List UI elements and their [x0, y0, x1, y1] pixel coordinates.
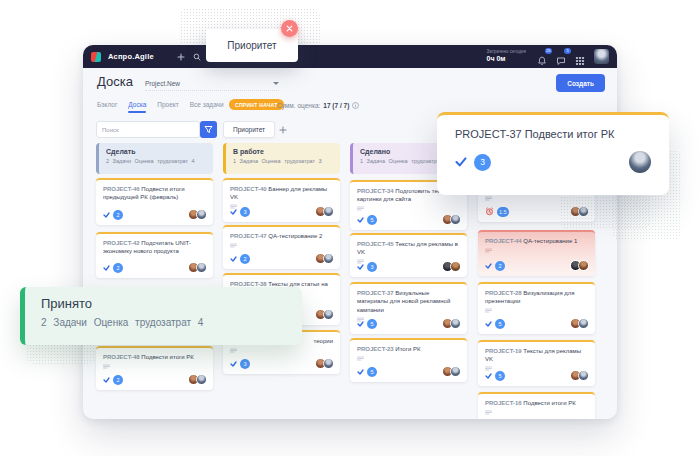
checkmark-icon: [103, 265, 110, 271]
assignee-avatars: [442, 261, 461, 272]
estimate-badge: 3: [474, 154, 491, 171]
assignee-avatars: [315, 309, 334, 320]
checkmark-icon: [485, 263, 492, 269]
checkmark-icon: [357, 217, 364, 223]
checkmark-icon: [230, 209, 237, 215]
close-icon[interactable]: [281, 20, 298, 37]
avatar: [450, 318, 461, 329]
description-icon: [103, 364, 206, 369]
assignee-avatars: [188, 262, 207, 273]
avatar: [323, 206, 334, 217]
accepted-column-callout: Принято 2 Задачи Оценка трудозатрат 4: [20, 287, 302, 345]
column-in-progress: В работе 1 Задача Оценка трудозатрат 3 P…: [223, 143, 340, 419]
estimate-badge: 5: [367, 367, 377, 377]
assignee-avatar: [629, 151, 651, 173]
create-button[interactable]: Создать: [556, 74, 605, 92]
app-logo-icon: [91, 52, 101, 62]
column-header: Сделать 2 Задачи Оценка трудозатрат 4: [96, 143, 213, 174]
tab-project[interactable]: Проект: [157, 101, 178, 112]
project-select[interactable]: Project.New: [145, 80, 279, 91]
avatar: [196, 209, 207, 220]
task-card[interactable]: PROJECT-19 Тексты для рекламы VK 5: [478, 340, 595, 386]
estimate-badge: 3: [240, 207, 250, 217]
description-icon: [485, 248, 588, 253]
checkmark-icon: [357, 321, 364, 327]
apps-grid-icon[interactable]: [575, 52, 585, 62]
alarm-clock-icon: [485, 207, 494, 216]
checkmark-icon: [485, 373, 492, 379]
checkmark-icon: [103, 377, 110, 383]
assignee-avatars: [315, 253, 334, 264]
project-select-value: Project.New: [145, 80, 180, 87]
add-filter-button[interactable]: [276, 121, 290, 138]
sprint-status-badge: СПРИНТ НАЧАТ: [229, 99, 284, 110]
estimate-badge: 2: [113, 263, 123, 273]
avatar: [578, 370, 589, 381]
avatar: [323, 253, 334, 264]
search-input[interactable]: [96, 121, 200, 138]
column-todo: Сделать 2 Задачи Оценка трудозатрат 4 PR…: [96, 143, 213, 419]
avatar: [450, 261, 461, 272]
estimate-badge: 2: [495, 261, 505, 271]
task-card-popup[interactable]: PROJECT-37 Подвести итог РК 3: [437, 112, 669, 195]
task-card[interactable]: PROJECT-37 Визуальные материалы для ново…: [350, 282, 467, 334]
checkmark-icon: [357, 369, 364, 375]
estimate-badge: 5: [495, 371, 505, 381]
avatar: [323, 358, 334, 369]
app-name: Аспро.Agile: [108, 52, 154, 61]
chat-badge: 5: [564, 48, 571, 54]
checkmark-icon: [485, 321, 492, 327]
assignee-avatars: [570, 370, 589, 381]
task-card[interactable]: PROJECT-40 Баннер для рекламы VK 3: [223, 178, 340, 222]
estimate-badge: 1.5: [497, 207, 509, 217]
task-card[interactable]: PROJECT-46 Подвести итоги предыдущей РК …: [96, 178, 213, 225]
checkmark-icon: [103, 212, 110, 218]
task-card[interactable]: PROJECT-45 Тексты для рекламы в VK 3: [350, 233, 467, 277]
column-header: В работе 1 Задача Оценка трудозатрат 3: [223, 143, 340, 174]
assignee-avatars: [442, 366, 461, 377]
task-card[interactable]: PROJECT-16 Подвести итоги РК: [478, 392, 595, 419]
checkmark-icon: [230, 361, 237, 367]
avatar: [196, 262, 207, 273]
info-icon[interactable]: [352, 102, 359, 109]
chevron-down-icon: [273, 82, 279, 85]
avatar: [578, 318, 589, 329]
checkmark-icon: [455, 153, 467, 171]
tab-all-tasks[interactable]: Все задачи: [190, 101, 224, 112]
estimate-badge: 2: [240, 254, 250, 264]
avatar: [196, 374, 207, 385]
tab-backlog[interactable]: Бэклог: [97, 101, 117, 112]
accepted-title: Принято: [41, 296, 286, 311]
avatar: [450, 366, 461, 377]
task-card[interactable]: PROJECT-42 Подсчитать UNIT-экономику нов…: [96, 232, 213, 278]
estimate-badge: 3: [367, 262, 377, 272]
task-card[interactable]: PROJECT-23 Итоги РК 5: [350, 338, 467, 382]
estimate-badge: 2: [113, 375, 123, 385]
chat-icon[interactable]: 5: [556, 52, 566, 62]
popup-task-title: PROJECT-37 Подвести итог РК: [455, 128, 651, 140]
checkmark-icon: [230, 256, 237, 262]
grain-decoration: [560, 190, 650, 230]
estimate-badge: 5: [367, 215, 377, 225]
description-icon: [357, 206, 460, 211]
page-title: Доска: [97, 74, 133, 89]
task-card[interactable]: PROJECT-28 Визуализация для презентации …: [478, 282, 595, 334]
assignee-avatars: [315, 358, 334, 369]
avatar: [323, 309, 334, 320]
filter-funnel-button[interactable]: [200, 121, 217, 138]
board-tabs: Бэклог Доска Проект Все задачи: [97, 101, 224, 112]
bell-badge: 26: [545, 48, 552, 54]
app-window: Аспро.Agile Сп Затрачено сегодня 0ч 0м 2…: [83, 45, 617, 419]
user-avatar[interactable]: [594, 49, 609, 64]
avatar: [578, 260, 589, 271]
priority-filter-chip[interactable]: Приоритет: [223, 121, 275, 138]
bell-icon[interactable]: 26: [537, 52, 547, 62]
time-tracked: Затрачено сегодня 0ч 0м: [487, 50, 526, 63]
task-card[interactable]: PROJECT-48 Подвести итоги РК 2: [96, 346, 213, 390]
avatar: [450, 214, 461, 225]
estimate-badge: 5: [495, 319, 505, 329]
tab-board[interactable]: Доска: [128, 101, 146, 112]
task-card[interactable]: PROJECT-47 QA-тестирование 2 2: [223, 225, 340, 269]
task-card-overdue[interactable]: PROJECT-44 QA-тестирование 1 2: [478, 230, 595, 276]
summary-estimate: Сумм. оценка: 17 (7 / 7): [277, 102, 359, 109]
